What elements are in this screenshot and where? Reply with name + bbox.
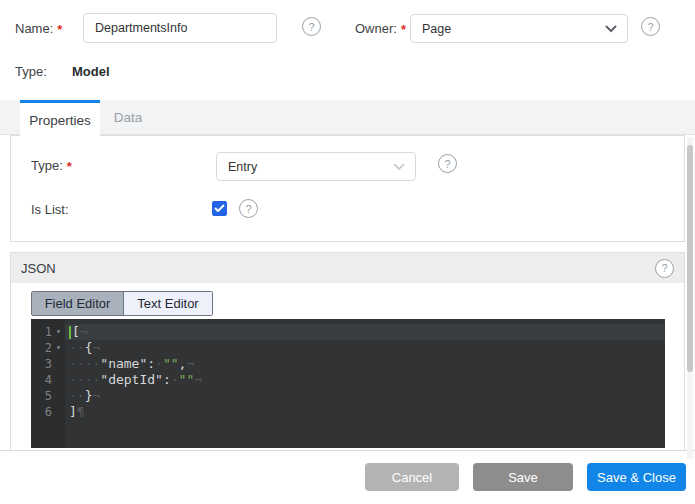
owner-label-text: Owner:	[355, 21, 397, 36]
cancel-button[interactable]: Cancel	[365, 463, 459, 491]
properties-panel: Type: * Entry ? Is List: ?	[10, 135, 685, 242]
entry-type-required-marker: *	[67, 159, 72, 174]
is-list-checkbox[interactable]	[212, 201, 227, 216]
question-mark: ?	[647, 21, 653, 33]
is-list-label-text: Is List:	[31, 202, 69, 217]
code-token: {	[85, 340, 93, 356]
vertical-scrollbar-thumb[interactable]	[687, 145, 693, 372]
code-text: ··}¬	[65, 388, 665, 404]
tab-data-label: Data	[114, 110, 143, 125]
json-panel-header: JSON ?	[11, 253, 684, 283]
fold-arrow-icon[interactable]: ▾	[52, 340, 65, 356]
line-number: 6	[31, 404, 52, 420]
fold-spacer	[52, 356, 65, 372]
whitespace-marker: ····	[69, 372, 100, 388]
model-editor-dialog: Name: * ? Owner: * Page ? Type: Model Pr…	[0, 0, 695, 504]
json-code-editor[interactable]: 1▾[¬2▾··{¬3····"name":·"",¬4····"deptId"…	[31, 319, 665, 448]
entry-type-label-text: Type:	[31, 158, 63, 173]
code-line[interactable]: 6]¶	[31, 404, 665, 420]
string-token: ""	[179, 372, 195, 388]
question-mark: ?	[308, 21, 314, 33]
editor-mode-toggle: Field Editor Text Editor	[31, 291, 213, 316]
owner-label: Owner: *	[355, 21, 406, 36]
text-editor-button[interactable]: Text Editor	[124, 292, 212, 315]
eol-marker: ¬	[80, 324, 88, 340]
eol-marker: ¬	[92, 388, 100, 404]
code-token: ,	[179, 356, 187, 372]
json-help-icon[interactable]: ?	[655, 259, 674, 278]
json-panel: JSON ? Field Editor Text Editor 1▾[¬2▾··…	[10, 252, 685, 450]
line-number: 5	[31, 388, 52, 404]
whitespace-marker: ·	[171, 372, 179, 388]
code-line[interactable]: 3····"name":·"",¬	[31, 356, 665, 372]
tab-data[interactable]: Data	[100, 100, 156, 135]
tab-properties[interactable]: Properties	[20, 100, 100, 137]
name-help-icon[interactable]: ?	[302, 17, 321, 36]
code-line[interactable]: 5··}¬	[31, 388, 665, 404]
whitespace-marker: ·	[155, 356, 163, 372]
question-mark: ?	[245, 203, 251, 215]
eol-marker: ¬	[194, 372, 202, 388]
entry-type-selected-value: Entry	[228, 160, 257, 174]
chevron-down-icon	[393, 163, 405, 171]
is-list-help-icon[interactable]: ?	[239, 199, 258, 218]
entry-type-label: Type: *	[31, 158, 72, 173]
code-token: }	[85, 388, 93, 404]
line-number: 2	[31, 340, 52, 356]
content-bottom-divider	[0, 450, 695, 451]
question-mark: ?	[661, 262, 667, 274]
fold-spacer	[52, 404, 65, 420]
code-text: ····"name":·"",¬	[65, 356, 665, 372]
whitespace-marker: ··	[69, 388, 85, 404]
owner-required-marker: *	[401, 22, 406, 37]
entry-type-select[interactable]: Entry	[216, 152, 416, 181]
check-icon	[214, 204, 225, 213]
name-label-text: Name:	[15, 21, 53, 36]
code-line[interactable]: 1▾[¬	[31, 324, 665, 340]
type-value: Model	[72, 64, 110, 79]
code-line[interactable]: 2▾··{¬	[31, 340, 665, 356]
question-mark: ?	[444, 158, 450, 170]
code-token: "name":	[100, 356, 155, 372]
line-number: 3	[31, 356, 52, 372]
type-label: Type:	[15, 64, 47, 79]
code-text: ··{¬	[65, 340, 665, 356]
owner-selected-value: Page	[422, 22, 451, 36]
whitespace-marker: ····	[69, 356, 100, 372]
entry-type-help-icon[interactable]: ?	[438, 154, 457, 173]
name-input[interactable]	[83, 13, 277, 43]
fold-spacer	[52, 372, 65, 388]
code-text: ]¶	[65, 404, 665, 420]
save-button[interactable]: Save	[473, 463, 573, 491]
code-lines: 1▾[¬2▾··{¬3····"name":·"",¬4····"deptId"…	[31, 324, 665, 420]
code-text: ····"deptId":·""¬	[65, 372, 665, 388]
line-number: 1	[31, 324, 52, 340]
line-number: 4	[31, 372, 52, 388]
eol-marker: ¶	[77, 404, 85, 420]
code-token: "deptId":	[100, 372, 170, 388]
owner-select[interactable]: Page	[410, 14, 628, 43]
code-token: [	[72, 324, 80, 340]
json-panel-title: JSON	[21, 261, 56, 276]
fold-arrow-icon[interactable]: ▾	[52, 324, 65, 340]
owner-help-icon[interactable]: ?	[641, 17, 660, 36]
field-editor-button[interactable]: Field Editor	[32, 292, 124, 315]
name-label: Name: *	[15, 21, 62, 36]
is-list-label: Is List:	[31, 202, 69, 217]
code-token: ]	[69, 404, 77, 420]
tab-properties-label: Properties	[29, 113, 91, 128]
chevron-down-icon	[605, 25, 617, 33]
string-token: ""	[163, 356, 179, 372]
whitespace-marker: ··	[69, 340, 85, 356]
field-editor-label: Field Editor	[45, 296, 111, 311]
text-caret	[69, 326, 71, 339]
fold-spacer	[52, 388, 65, 404]
text-editor-label: Text Editor	[137, 296, 198, 311]
code-line[interactable]: 4····"deptId":·""¬	[31, 372, 665, 388]
type-label-text: Type:	[15, 64, 47, 79]
save-and-close-button[interactable]: Save & Close	[587, 463, 686, 491]
code-text: [¬	[65, 324, 665, 340]
name-required-marker: *	[57, 22, 62, 37]
eol-marker: ¬	[92, 340, 100, 356]
eol-marker: ¬	[186, 356, 194, 372]
